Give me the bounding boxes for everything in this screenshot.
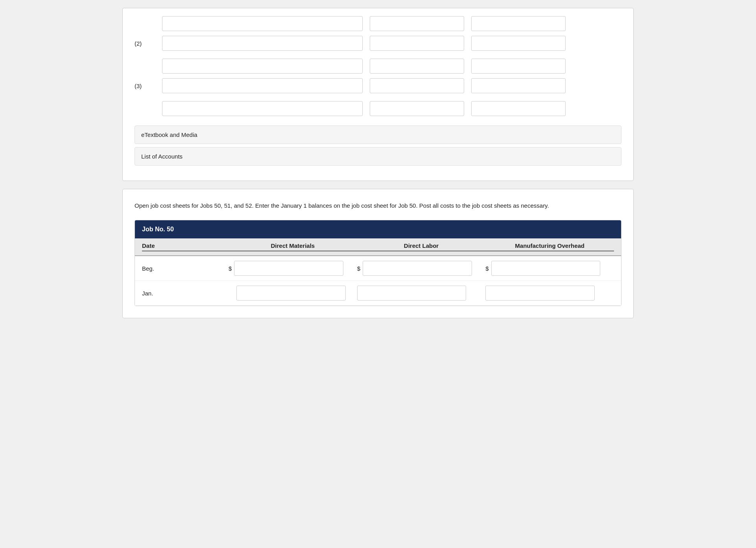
row3-input1[interactable] (162, 59, 363, 74)
input-row-2: (2) (135, 36, 621, 51)
col-header-direct-materials: Direct Materials (229, 242, 357, 251)
input-fields-3 (162, 59, 621, 74)
row2-input1[interactable] (162, 36, 363, 51)
row2-input3[interactable] (471, 36, 566, 51)
input-row-5 (135, 101, 621, 116)
beg-direct-materials-cell: $ (229, 261, 357, 276)
input-row-3 (135, 59, 621, 74)
col-headers-row: Date Direct Materials Direct Labor Manuf… (135, 238, 621, 256)
list-of-accounts-button[interactable]: List of Accounts (135, 147, 621, 166)
beg-direct-labor-cell: $ (357, 261, 486, 276)
etextbook-button[interactable]: eTextbook and Media (135, 125, 621, 144)
col-header-date: Date (142, 242, 229, 251)
input-row-1 (135, 16, 621, 31)
jan-label: Jan. (142, 290, 229, 297)
job-header: Job No. 50 (135, 220, 621, 238)
row4-input3[interactable] (471, 78, 566, 93)
job-table: Job No. 50 Date Direct Materials Direct … (135, 220, 621, 306)
input-fields-5 (162, 101, 621, 116)
jan-mfg-overhead-cell (485, 286, 614, 301)
jan-direct-materials-cell (229, 286, 357, 301)
row3-input2[interactable] (370, 59, 464, 74)
beg-mfg-overhead-cell: $ (485, 261, 614, 276)
row5-input3[interactable] (471, 101, 566, 116)
input-grid: (2) (3) (135, 16, 621, 116)
row5-input2[interactable] (370, 101, 464, 116)
input-row-4: (3) (135, 78, 621, 93)
beg-mfg-overhead-input[interactable] (491, 261, 601, 276)
row-label-4: (3) (135, 83, 162, 89)
input-fields-1 (162, 16, 621, 31)
row2-input2[interactable] (370, 36, 464, 51)
job-row-jan: Jan. (135, 281, 621, 306)
beg-label: Beg. (142, 265, 229, 272)
row1-input2[interactable] (370, 16, 464, 31)
row3-input3[interactable] (471, 59, 566, 74)
beg-dl-dollar: $ (357, 265, 360, 272)
job-cost-section: Open job cost sheets for Jobs 50, 51, an… (122, 189, 634, 318)
input-fields-2 (162, 36, 621, 51)
row1-input1[interactable] (162, 16, 363, 31)
col-header-manufacturing-overhead: Manufacturing Overhead (485, 242, 614, 251)
top-input-section: (2) (3) (122, 8, 634, 181)
jan-direct-labor-cell (357, 286, 486, 301)
instructions-text: Open job cost sheets for Jobs 50, 51, an… (135, 201, 621, 210)
btn-section: eTextbook and Media List of Accounts (135, 125, 621, 166)
beg-moh-dollar: $ (485, 265, 489, 272)
jan-direct-labor-input[interactable] (357, 286, 467, 301)
row-label-2: (2) (135, 40, 162, 47)
jan-direct-materials-input[interactable] (236, 286, 346, 301)
col-header-direct-labor: Direct Labor (357, 242, 486, 251)
row4-input1[interactable] (162, 78, 363, 93)
input-fields-4 (162, 78, 621, 93)
row5-input1[interactable] (162, 101, 363, 116)
beg-direct-materials-input[interactable] (234, 261, 343, 276)
row1-input3[interactable] (471, 16, 566, 31)
beg-direct-labor-input[interactable] (363, 261, 472, 276)
row4-input2[interactable] (370, 78, 464, 93)
beg-dm-dollar: $ (229, 265, 232, 272)
job-row-beg: Beg. $ $ $ (135, 256, 621, 281)
jan-mfg-overhead-input[interactable] (485, 286, 595, 301)
